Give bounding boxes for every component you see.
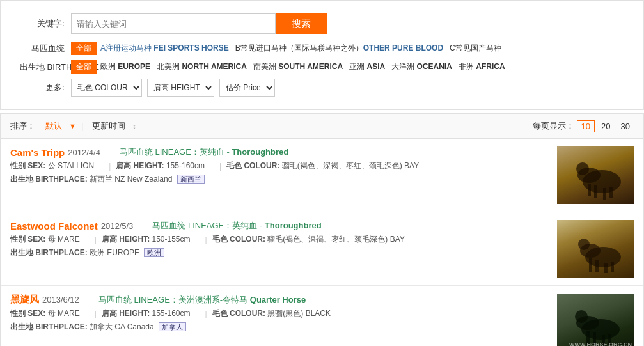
- birthplace-item-north-america[interactable]: 北美洲 NORTH AMERICA: [157, 61, 247, 72]
- horse-image-2[interactable]: [557, 220, 634, 278]
- horse-name-3[interactable]: 黑旋风: [10, 294, 39, 306]
- horse-image-3[interactable]: WWW.HORSE.ORG.CN: [557, 294, 634, 346]
- sort-update-button[interactable]: 更新时间: [88, 119, 129, 133]
- birthplace-all-tag[interactable]: 全部: [71, 60, 97, 74]
- birthplace-item-africa[interactable]: 非洲 AFRICA: [459, 61, 505, 72]
- search-label: 关键字:: [20, 18, 65, 29]
- svg-rect-4: [594, 185, 597, 198]
- horse-item-3: 黑旋风 2013/6/12 马匹血统 LINEAGE：美洲澳洲系-夸特马 Qua…: [1, 286, 643, 346]
- horse-sex-1: 性别 SEX: 公 STALLION: [10, 161, 94, 171]
- sort-default-button[interactable]: 默认: [42, 119, 66, 133]
- lineage-label: 马匹血统: [20, 43, 65, 54]
- horse-lineage-3[interactable]: 马匹血统 LINEAGE：美洲澳洲系-夸特马 Quarter Horse: [98, 294, 306, 306]
- svg-rect-13: [611, 262, 614, 272]
- lineage-item-domestic[interactable]: C常见国产马种: [450, 43, 501, 54]
- svg-rect-5: [603, 188, 606, 200]
- horse-lineage-1[interactable]: 马匹血统 LINEAGE：英纯血 - Thoroughbred: [120, 146, 288, 158]
- sort-default-arrow: ▼: [69, 122, 76, 130]
- sort-update-arrow: ↕: [132, 122, 136, 130]
- horse-color-1: 毛色 COLOUR: 骝毛(褐色、深褐、枣红、颈毛深色) BAY: [226, 161, 419, 171]
- per-page-20[interactable]: 20: [597, 121, 614, 132]
- svg-rect-10: [589, 258, 592, 272]
- per-page-10[interactable]: 10: [577, 120, 595, 132]
- svg-point-16: [575, 310, 588, 323]
- horse-sex-2: 性别 SEX: 母 MARE: [10, 234, 80, 245]
- horse-birthplace-2: 出生地 BIRTHPLACE: 欧洲 EUROPE 欧洲: [10, 248, 551, 258]
- horse-lineage-2[interactable]: 马匹血统 LINEAGE：英纯血 - Thoroughbred: [152, 220, 321, 232]
- svg-rect-3: [588, 184, 591, 196]
- birthplace-item-asia[interactable]: 亚洲 ASIA: [349, 61, 385, 72]
- per-page-30[interactable]: 30: [617, 121, 634, 132]
- horse-image-1[interactable]: [557, 146, 634, 204]
- horse-item-1: Cam's Tripp 2012/4/4 马匹血统 LINEAGE：英纯血 - …: [1, 139, 643, 212]
- birthplace-item-oceania[interactable]: 大洋洲 OCEANIA: [391, 61, 452, 72]
- horse-color-3: 毛色 COLOUR: 黑骝(黑色) BLACK: [212, 308, 331, 319]
- horse-date-1: 2012/4/4: [68, 148, 100, 157]
- horse-birthplace-3: 出生地 BIRTHPLACE: 加拿大 CA Canada 加拿大: [10, 322, 551, 333]
- horse-sex-3: 性别 SEX: 母 MARE: [10, 308, 80, 319]
- horse-height-1: 肩高 HEIGHT: 155-160cm: [116, 161, 205, 171]
- horse-name-2[interactable]: Eastwood Falconet: [10, 221, 98, 232]
- horse-date-2: 2012/5/3: [101, 221, 134, 231]
- lineage-item-import[interactable]: B常见进口马种（国际马联马种之外）OTHER PURE BLOOD: [235, 43, 443, 54]
- horse-name-1[interactable]: Cam's Tripp: [10, 147, 65, 158]
- height-select[interactable]: 肩高 HEIGHT: [147, 79, 214, 97]
- lineage-item-fei[interactable]: A注册运动马种 FEI SPORTS HORSE: [100, 43, 229, 54]
- horse-height-3: 肩高 HEIGHT: 155-160cm: [102, 308, 191, 319]
- svg-rect-6: [609, 187, 613, 198]
- more-label: 更多:: [20, 82, 65, 93]
- sort-label: 排序：: [10, 120, 35, 132]
- horse-height-2: 肩高 HEIGHT: 150-155cm: [102, 234, 191, 245]
- horse-item-2: Eastwood Falconet 2012/5/3 马匹血统 LINEAGE：…: [1, 212, 643, 286]
- svg-rect-11: [595, 260, 599, 272]
- horse-date-3: 2013/6/12: [42, 295, 79, 304]
- watermark: WWW.HORSE.ORG.CN: [569, 342, 632, 346]
- birthplace-label: 出生地 BIRTHPLACE:: [20, 61, 65, 73]
- colour-select[interactable]: 毛色 COLOUR: [71, 79, 142, 97]
- svg-point-2: [576, 162, 589, 175]
- search-input[interactable]: [71, 13, 276, 34]
- per-page-label: 每页显示：: [533, 120, 574, 132]
- birthplace-item-europe[interactable]: 欧洲 EUROPE: [100, 61, 150, 72]
- price-select[interactable]: 估价 Price: [219, 79, 275, 97]
- search-button[interactable]: 搜索: [276, 13, 327, 34]
- lineage-all-tag[interactable]: 全部: [71, 42, 97, 55]
- svg-rect-12: [604, 263, 608, 273]
- horse-birthplace-1: 出生地 BIRTHPLACE: 新西兰 NZ New Zealand 新西兰: [10, 174, 551, 185]
- horse-color-2: 毛色 COLOUR: 骝毛(褐色、深褐、枣红、颈毛深色) BAY: [212, 234, 405, 245]
- svg-point-9: [578, 239, 590, 250]
- birthplace-item-south-america[interactable]: 南美洲 SOUTH AMERICA: [253, 61, 343, 72]
